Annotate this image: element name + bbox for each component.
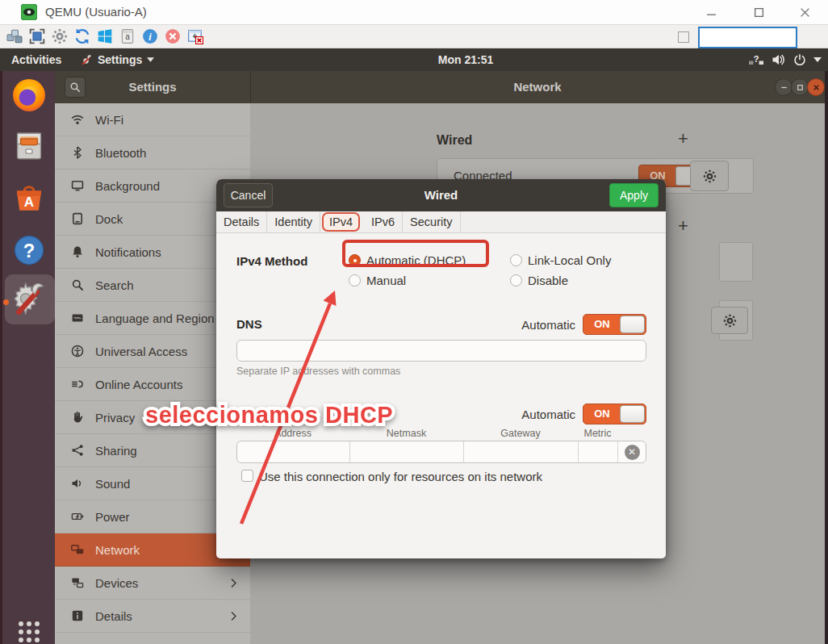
window-maximize-button[interactable] <box>791 78 809 96</box>
background-icon <box>71 179 84 192</box>
route-gateway-input[interactable] <box>464 441 579 462</box>
online-accounts-icon <box>71 378 84 391</box>
sidebar-item-label: Details <box>95 609 132 623</box>
char-doc-button[interactable]: a <box>118 27 136 46</box>
app-menu[interactable]: Settings <box>81 48 154 71</box>
close-button[interactable] <box>794 2 815 22</box>
method-disable[interactable]: Disable <box>510 270 611 291</box>
info-circle-button[interactable]: i <box>140 27 159 46</box>
dock: A? <box>0 71 55 644</box>
tab-details[interactable]: Details <box>216 211 267 233</box>
vm-boxes-button[interactable] <box>5 27 23 46</box>
refresh-button[interactable] <box>73 27 91 46</box>
chevron-right-icon <box>228 578 239 588</box>
bluetooth-icon <box>71 146 84 159</box>
caret-down-icon <box>147 57 154 62</box>
annotation-highlight-box <box>342 240 489 267</box>
window-title: QEMU (Usuario-A) <box>45 0 147 24</box>
dock-item-show-applications[interactable] <box>17 620 41 644</box>
settings-menu-icon <box>81 54 93 66</box>
toggle-on-label: ON <box>583 404 621 424</box>
tab-ipv4[interactable]: IPv4 <box>322 212 360 232</box>
maximize-button[interactable] <box>748 2 769 22</box>
sound-icon <box>71 477 84 490</box>
battery-icon <box>71 510 84 523</box>
sidebar-item-label: Privacy <box>95 411 135 424</box>
dns-automatic-label: Automatic <box>484 318 575 332</box>
files-icon <box>12 129 46 163</box>
route-clear-button[interactable]: ✕ <box>618 441 646 462</box>
minimize-icon <box>780 83 788 92</box>
route-column-gateway: Gateway <box>463 428 578 439</box>
sidebar-item-label: Background <box>95 179 160 193</box>
dock-item-help[interactable]: ? <box>13 234 45 266</box>
universal-access-icon <box>71 345 84 358</box>
sidebar-item-label: Wi-Fi <box>95 113 123 127</box>
window-minimize-button[interactable] <box>775 78 792 96</box>
volume-icon[interactable] <box>772 53 786 66</box>
tab-ipv6[interactable]: IPv6 <box>364 211 403 233</box>
dns-label: DNS <box>236 317 262 331</box>
clock[interactable]: Mon 21:51 <box>438 48 493 71</box>
fullscreen-button[interactable] <box>27 27 46 46</box>
caret-down-icon[interactable] <box>813 53 822 66</box>
show-apps-icon <box>17 620 41 644</box>
focused-input-box[interactable] <box>698 27 797 48</box>
activities-button[interactable]: Activities <box>11 48 61 71</box>
apply-button[interactable]: Apply <box>609 183 659 207</box>
wired-options-button[interactable] <box>690 161 729 191</box>
tab-identity[interactable]: Identity <box>267 211 320 233</box>
window-close-button[interactable] <box>807 78 825 96</box>
radio-unchecked-icon <box>510 254 522 266</box>
firefox-icon <box>11 77 47 113</box>
add-wired-button[interactable]: + <box>678 128 688 149</box>
svg-text:i: i <box>148 31 152 43</box>
local-only-label: Use this connection only for resources o… <box>259 470 542 483</box>
method-link-local-only[interactable]: Link-Local Only <box>510 250 611 270</box>
add-vpn-button[interactable]: + <box>678 215 688 236</box>
routes-automatic-toggle[interactable]: ON <box>583 404 646 424</box>
sidebar-title: Settings <box>55 71 250 103</box>
capture-window-button[interactable] <box>186 27 204 46</box>
ipv4-method-label: IPv4 Method <box>236 254 307 268</box>
dock-item-files[interactable] <box>12 129 46 163</box>
vpn-options-button[interactable] <box>711 307 748 334</box>
dns-input[interactable] <box>236 340 646 362</box>
sidebar-item-label: Sharing <box>95 444 137 458</box>
route-address-input[interactable] <box>237 441 350 462</box>
power-icon[interactable] <box>793 53 806 66</box>
maximize-icon <box>796 83 805 92</box>
sidebar-item-devices[interactable]: Devices <box>55 567 250 600</box>
sidebar-item-label: Sound <box>95 477 130 491</box>
windows-logo-button[interactable] <box>95 27 114 46</box>
help-icon: ? <box>13 234 45 266</box>
sidebar-item-details[interactable]: Details <box>55 600 250 633</box>
local-only-checkbox[interactable] <box>241 470 253 482</box>
radio-unchecked-icon <box>510 274 522 286</box>
route-metric-input[interactable] <box>579 441 618 462</box>
sharing-icon <box>71 444 84 457</box>
dock-item-firefox[interactable] <box>11 77 47 113</box>
route-column-metric: Metric <box>578 428 617 439</box>
gear-gray-button[interactable] <box>50 27 69 46</box>
dock-item-settings[interactable] <box>10 279 48 318</box>
privacy-icon <box>71 411 84 424</box>
dialog-tabbar: DetailsIdentityIPv4IPv6Security <box>216 211 666 233</box>
network-question-icon[interactable]: ? <box>748 53 764 66</box>
route-netmask-input[interactable] <box>350 441 464 462</box>
sidebar-item-label: Network <box>95 543 140 557</box>
sidebar-item-label: Online Accounts <box>95 378 182 391</box>
cancel-button[interactable]: Cancel <box>224 183 273 207</box>
method-manual[interactable]: Manual <box>349 270 466 291</box>
wifi-icon <box>71 113 84 126</box>
app-menu-label: Settings <box>98 53 142 66</box>
minimize-icon <box>706 7 717 18</box>
sidebar-item-bluetooth[interactable]: Bluetooth <box>55 136 250 169</box>
sidebar-item-label: Bluetooth <box>95 146 146 160</box>
shutdown-button[interactable] <box>163 27 182 46</box>
dock-item-ubuntu-software[interactable]: A <box>12 181 46 215</box>
sidebar-item-wi-fi[interactable]: Wi-Fi <box>55 103 250 136</box>
tab-security[interactable]: Security <box>403 211 460 233</box>
minimize-button[interactable] <box>700 2 721 22</box>
dns-automatic-toggle[interactable]: ON <box>583 314 646 335</box>
